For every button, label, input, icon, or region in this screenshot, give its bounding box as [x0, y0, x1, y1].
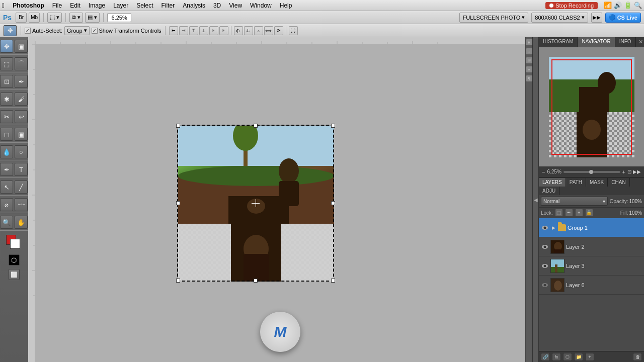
new-group-button[interactable]: 📁 [574, 353, 583, 361]
show-transform-checkbox[interactable]: ✓ [92, 28, 98, 34]
smudge-tool[interactable]: 〰 [15, 198, 28, 211]
handle-middle-right[interactable] [331, 201, 335, 205]
menu-file[interactable]: File [48, 1, 66, 10]
menu-photoshop[interactable]: Photoshop [9, 1, 48, 10]
align-right-button[interactable]: ⊤ [189, 26, 198, 35]
dist-center-button[interactable]: ⬦ [254, 26, 263, 35]
align-left-button[interactable]: ⊢ [169, 26, 178, 35]
pen-tool[interactable]: ✒ [0, 163, 13, 176]
handle-top-right[interactable] [331, 124, 335, 128]
dist-height-button[interactable]: ⟳ [274, 26, 283, 35]
layer-vis-layer2[interactable] [541, 243, 549, 251]
marquee-tool[interactable]: ⬚ [0, 57, 13, 70]
layer-item-group1[interactable]: ▶ Group 1 [539, 218, 644, 237]
move-tool[interactable]: ✥ [0, 40, 13, 53]
menu-select[interactable]: Select [132, 1, 157, 10]
gradient-tool[interactable]: ▣ [15, 128, 28, 141]
history-brush-tool[interactable]: ↩ [15, 110, 28, 123]
new-layer-button[interactable]: + [585, 353, 594, 361]
dist-v-button[interactable]: ⫝ [244, 26, 253, 35]
tab-navigator[interactable]: NAVIGATOR [578, 37, 615, 47]
eyedropper-tool[interactable]: ✒ [15, 75, 28, 88]
background-swatch[interactable] [10, 239, 20, 249]
panel-collapse-button[interactable]: ◀ [532, 37, 538, 362]
line-tool[interactable]: ╱ [15, 180, 28, 194]
arrangement-dropdown[interactable]: ⧉ ▾ [69, 13, 83, 23]
bridge-button[interactable]: Br [16, 13, 27, 23]
menu-filter[interactable]: Filter [157, 1, 179, 10]
tab-mask[interactable]: MASK [586, 178, 608, 187]
zoom-tool[interactable]: 🔍 [0, 216, 13, 229]
tab-path[interactable]: PATH [566, 178, 586, 187]
histogram-panel-icon[interactable]: H [526, 39, 532, 45]
delete-layer-button[interactable]: 🗑 [633, 353, 642, 361]
layer-item-layer6[interactable]: Layer 6 [539, 276, 644, 295]
handle-bottom-left[interactable] [176, 279, 180, 283]
auto-select-checkbox[interactable]: ✓ [25, 28, 31, 34]
lock-pixels-button[interactable]: ✒ [565, 209, 573, 217]
handle-bottom-center[interactable] [254, 279, 258, 283]
dist-width-button[interactable]: ⟺ [264, 26, 273, 35]
move-panel-icon[interactable]: ↕ [526, 48, 532, 54]
handle-top-left[interactable] [176, 124, 180, 128]
zoom-thumb[interactable] [589, 170, 593, 174]
blend-mode-dropdown[interactable]: Normal ▾ [541, 197, 608, 206]
menu-analysis[interactable]: Analysis [179, 1, 209, 10]
menu-window[interactable]: Window [246, 1, 276, 10]
align-middle-button[interactable]: ⊦ [209, 26, 218, 35]
zoom-slider[interactable] [564, 171, 620, 173]
apple-menu[interactable]:  [2, 2, 5, 10]
menu-image[interactable]: Image [85, 1, 109, 10]
hand-tool[interactable]: ✋ [15, 216, 28, 229]
bridge-btn-right[interactable]: ▶▶ [591, 13, 602, 23]
link-layers-button[interactable]: 🔗 [541, 353, 550, 361]
tab-layers[interactable]: LAYERS [539, 178, 566, 187]
menu-layer[interactable]: Layer [109, 1, 132, 10]
path-select-tool[interactable]: ↖ [0, 180, 13, 194]
zoom-fit-button[interactable]: ⊡ [627, 169, 631, 174]
zoom-full-button[interactable]: ▶▶ [633, 169, 641, 174]
menu-3d[interactable]: 3D [209, 1, 225, 10]
opacity-value[interactable]: 100% [629, 199, 642, 204]
lock-transparent-button[interactable]: ⬚ [555, 209, 563, 217]
move-tool-button[interactable]: ✥ [4, 25, 17, 36]
handle-bottom-right[interactable] [331, 279, 335, 283]
spot-heal-tool[interactable]: ✱ [0, 93, 13, 106]
add-mask-button[interactable]: ⬡ [563, 353, 572, 361]
tab-adjustments[interactable]: ADJU [539, 187, 559, 195]
type-tool[interactable]: T [15, 163, 28, 176]
menu-edit[interactable]: Edit [66, 1, 85, 10]
quick-mask-button[interactable]: ⬡ [9, 254, 20, 265]
handle-top-center[interactable] [254, 124, 258, 128]
align-panel-icon[interactable]: ≡ [526, 66, 532, 72]
crop-tool[interactable]: ⊡ [0, 75, 13, 88]
photoshop-canvas[interactable] [178, 125, 334, 281]
mini-bridge-button[interactable]: Mb [29, 13, 40, 23]
screen-mode-dropdown[interactable]: ⬚ ▾ [47, 13, 62, 23]
menu-view[interactable]: View [225, 1, 246, 10]
blur-tool[interactable]: 💧 [0, 145, 13, 158]
fill-value[interactable]: 100% [629, 210, 642, 216]
align-bottom-button[interactable]: ⊧ [219, 26, 228, 35]
lock-all-button[interactable]: 🔒 [585, 209, 593, 217]
zoom-input[interactable] [107, 13, 131, 22]
tab-histogram[interactable]: HISTOGRAM [539, 37, 578, 47]
menu-help[interactable]: Help [276, 1, 296, 10]
artboard-tool[interactable]: ▣ [15, 40, 28, 53]
auto-select-dropdown[interactable]: Group ▾ [64, 26, 90, 35]
show-canvas-button[interactable]: ⛶ [289, 26, 298, 35]
dist-h-button[interactable]: ⫛ [234, 26, 243, 35]
layer-vis-group1[interactable] [541, 224, 549, 232]
lasso-tool[interactable]: ⌒ [15, 57, 28, 70]
frame-tool[interactable]: ⬜ [9, 269, 20, 280]
panel-close-button[interactable]: ✕ [636, 37, 644, 47]
spiral-tool[interactable]: ⌀ [0, 198, 13, 211]
lock-position-button[interactable]: + [575, 209, 583, 217]
eraser-tool[interactable]: ◻ [0, 128, 13, 141]
handle-middle-left[interactable] [176, 201, 180, 205]
tab-info[interactable]: INFO [615, 37, 636, 47]
layer-vis-layer3[interactable] [541, 262, 549, 270]
preset2-dropdown[interactable]: 800X600 CLASS2 ▾ [531, 13, 588, 23]
stop-recording-button[interactable]: Stop Recording [545, 2, 598, 9]
transform-panel-icon[interactable]: ⊞ [526, 57, 532, 63]
